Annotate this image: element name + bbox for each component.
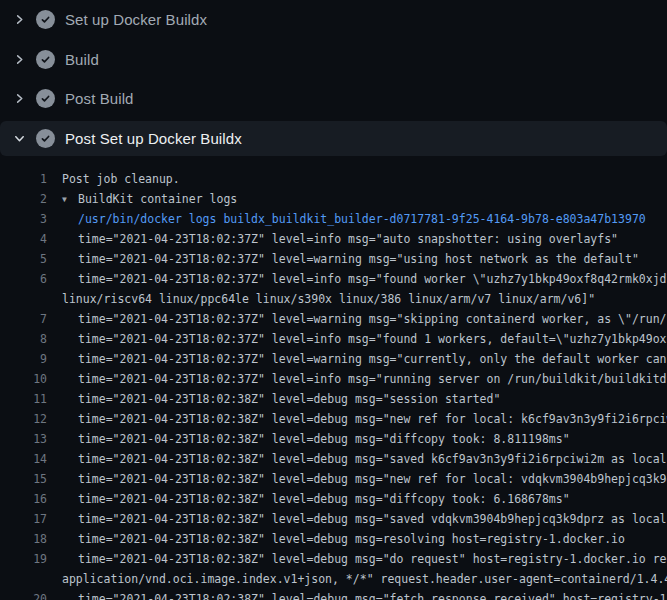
line-number[interactable]: 18 <box>0 529 47 549</box>
success-check-icon <box>36 10 55 29</box>
log-line: 18time="2021-04-23T18:02:38Z" level=debu… <box>0 529 667 549</box>
line-number[interactable]: 12 <box>0 409 47 429</box>
line-number[interactable]: 1 <box>0 169 47 189</box>
log-text: time="2021-04-23T18:02:38Z" level=debug … <box>78 529 625 549</box>
step-row-build[interactable]: Build <box>0 40 667 80</box>
log-line: 14time="2021-04-23T18:02:38Z" level=debu… <box>0 449 667 469</box>
success-check-icon <box>36 129 55 148</box>
log-line: 11time="2021-04-23T18:02:38Z" level=debu… <box>0 389 667 409</box>
log-text: time="2021-04-23T18:02:37Z" level=warnin… <box>78 309 667 329</box>
log-line: 19time="2021-04-23T18:02:38Z" level=debu… <box>0 549 667 569</box>
line-number[interactable]: 5 <box>0 249 47 269</box>
success-check-icon <box>36 50 55 69</box>
step-list: Set up Docker BuildxBuildPost BuildPost … <box>0 0 667 156</box>
line-number[interactable]: 7 <box>0 309 47 329</box>
log-text: time="2021-04-23T18:02:38Z" level=debug … <box>78 489 570 509</box>
log-text: ▼BuildKit container logs <box>62 189 237 209</box>
line-number[interactable]: 13 <box>0 429 47 449</box>
log-line: 13time="2021-04-23T18:02:38Z" level=debu… <box>0 429 667 449</box>
log-text: application/vnd.oci.image.index.v1+json,… <box>62 569 667 589</box>
log-text: time="2021-04-23T18:02:38Z" level=debug … <box>78 449 667 469</box>
line-number <box>0 289 47 309</box>
line-number[interactable]: 20 <box>0 589 47 600</box>
step-label: Set up Docker Buildx <box>65 11 207 28</box>
step-label: Post Build <box>65 90 134 107</box>
log-line: 4time="2021-04-23T18:02:37Z" level=info … <box>0 229 667 249</box>
command-text: /usr/bin/docker logs buildx_buildkit_bui… <box>78 209 646 229</box>
line-number[interactable]: 15 <box>0 469 47 489</box>
line-number[interactable]: 9 <box>0 349 47 369</box>
success-check-icon <box>36 89 55 108</box>
log-text: time="2021-04-23T18:02:38Z" level=debug … <box>78 469 667 489</box>
line-number[interactable]: 17 <box>0 509 47 529</box>
chevron-right-icon[interactable] <box>12 13 26 27</box>
line-number[interactable]: 19 <box>0 549 47 569</box>
chevron-right-icon[interactable] <box>12 92 26 106</box>
step-label: Post Set up Docker Buildx <box>65 130 242 147</box>
log-text: time="2021-04-23T18:02:37Z" level=info m… <box>78 329 667 349</box>
log-line: 2▼BuildKit container logs <box>0 189 667 209</box>
chevron-right-icon[interactable] <box>12 52 26 66</box>
log-line: 1Post job cleanup. <box>0 169 667 189</box>
log-output: 1Post job cleanup.2▼BuildKit container l… <box>0 158 667 600</box>
line-number[interactable]: 11 <box>0 389 47 409</box>
log-text: time="2021-04-23T18:02:37Z" level=warnin… <box>78 249 639 269</box>
log-line: 8time="2021-04-23T18:02:37Z" level=info … <box>0 329 667 349</box>
line-number[interactable]: 2 <box>0 189 47 209</box>
step-label: Build <box>65 51 99 68</box>
line-number[interactable]: 3 <box>0 209 47 229</box>
log-text: time="2021-04-23T18:02:37Z" level=info m… <box>78 269 667 289</box>
log-text: time="2021-04-23T18:02:37Z" level=info m… <box>78 229 618 249</box>
log-text: time="2021-04-23T18:02:38Z" level=debug … <box>78 409 667 429</box>
chevron-down-icon[interactable] <box>12 131 26 145</box>
log-line: 10time="2021-04-23T18:02:37Z" level=info… <box>0 369 667 389</box>
actions-log-viewer: Set up Docker BuildxBuildPost BuildPost … <box>0 0 667 600</box>
line-number[interactable]: 10 <box>0 369 47 389</box>
log-text: time="2021-04-23T18:02:38Z" level=debug … <box>78 389 500 409</box>
log-line: 9time="2021-04-23T18:02:37Z" level=warni… <box>0 349 667 369</box>
log-text: Post job cleanup. <box>62 169 180 189</box>
log-text: time="2021-04-23T18:02:38Z" level=debug … <box>78 509 667 529</box>
log-text: time="2021-04-23T18:02:38Z" level=debug … <box>78 589 667 600</box>
log-line: 15time="2021-04-23T18:02:38Z" level=debu… <box>0 469 667 489</box>
line-number[interactable]: 4 <box>0 229 47 249</box>
log-text: linux/riscv64 linux/ppc64le linux/s390x … <box>62 289 595 309</box>
step-row-post-build[interactable]: Post Build <box>0 79 667 119</box>
log-line: 16time="2021-04-23T18:02:38Z" level=debu… <box>0 489 667 509</box>
log-line: 7time="2021-04-23T18:02:37Z" level=warni… <box>0 309 667 329</box>
log-line: 12time="2021-04-23T18:02:38Z" level=debu… <box>0 409 667 429</box>
log-line: application/vnd.oci.image.index.v1+json,… <box>0 569 667 589</box>
log-text: time="2021-04-23T18:02:37Z" level=info m… <box>78 369 667 389</box>
log-line: 20time="2021-04-23T18:02:38Z" level=debu… <box>0 589 667 600</box>
line-number[interactable]: 16 <box>0 489 47 509</box>
line-number <box>0 569 47 589</box>
step-row-set-up-docker-buildx[interactable]: Set up Docker Buildx <box>0 0 667 40</box>
log-line: 5time="2021-04-23T18:02:37Z" level=warni… <box>0 249 667 269</box>
log-line: 17time="2021-04-23T18:02:38Z" level=debu… <box>0 509 667 529</box>
log-line: linux/riscv64 linux/ppc64le linux/s390x … <box>0 289 667 309</box>
group-title[interactable]: BuildKit container logs <box>78 192 237 206</box>
step-row-post-set-up-docker-buildx[interactable]: Post Set up Docker Buildx <box>0 121 667 156</box>
log-text: time="2021-04-23T18:02:37Z" level=warnin… <box>78 349 667 369</box>
line-number[interactable]: 6 <box>0 269 47 289</box>
log-text: time="2021-04-23T18:02:38Z" level=debug … <box>78 429 570 449</box>
line-number[interactable]: 8 <box>0 329 47 349</box>
log-text: time="2021-04-23T18:02:38Z" level=debug … <box>78 549 667 569</box>
line-number[interactable]: 14 <box>0 449 47 469</box>
log-line: 3/usr/bin/docker logs buildx_buildkit_bu… <box>0 209 667 229</box>
collapse-group-icon[interactable]: ▼ <box>62 190 78 210</box>
log-line: 6time="2021-04-23T18:02:37Z" level=info … <box>0 269 667 289</box>
